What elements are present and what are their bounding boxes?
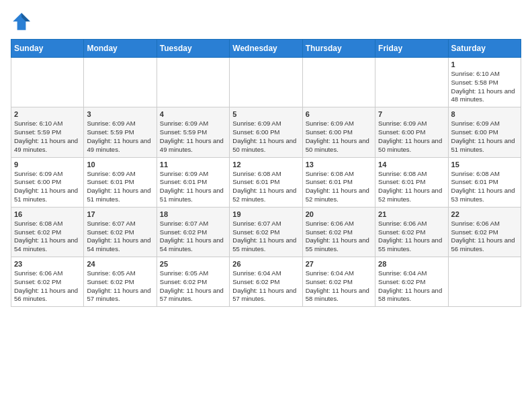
day-info: Sunrise: 6:08 AMSunset: 6:01 PMDaylight:… (232, 170, 299, 204)
calendar-cell: 10 Sunrise: 6:09 AMSunset: 6:01 PMDaylig… (84, 157, 157, 207)
day-number: 8 (451, 110, 518, 118)
day-info: Sunrise: 6:10 AMSunset: 5:58 PMDaylight:… (451, 70, 518, 104)
calendar-cell: 12 Sunrise: 6:08 AMSunset: 6:01 PMDaylig… (230, 157, 302, 207)
day-info: Sunrise: 6:08 AMSunset: 6:01 PMDaylight:… (378, 170, 445, 204)
day-info: Sunrise: 6:09 AMSunset: 5:59 PMDaylight:… (87, 120, 153, 154)
day-number: 28 (378, 260, 445, 268)
weekday-header: Wednesday (230, 40, 302, 58)
calendar-cell: 28 Sunrise: 6:04 AMSunset: 6:02 PMDaylig… (375, 257, 448, 307)
day-info: Sunrise: 6:09 AMSunset: 5:59 PMDaylight:… (160, 120, 226, 154)
calendar-cell (157, 58, 229, 107)
calendar-cell: 21 Sunrise: 6:06 AMSunset: 6:02 PMDaylig… (375, 207, 448, 257)
day-info: Sunrise: 6:09 AMSunset: 6:00 PMDaylight:… (232, 120, 299, 154)
calendar-cell: 7 Sunrise: 6:09 AMSunset: 6:00 PMDayligh… (375, 107, 448, 157)
day-info: Sunrise: 6:10 AMSunset: 5:59 PMDaylight:… (14, 120, 81, 154)
day-number: 7 (378, 110, 445, 118)
day-number: 6 (306, 110, 372, 118)
calendar-cell: 25 Sunrise: 6:05 AMSunset: 6:02 PMDaylig… (157, 257, 229, 307)
calendar-cell: 23 Sunrise: 6:06 AMSunset: 6:02 PMDaylig… (11, 257, 84, 307)
day-number: 20 (306, 210, 372, 218)
calendar-cell: 27 Sunrise: 6:04 AMSunset: 6:02 PMDaylig… (302, 257, 375, 307)
day-info: Sunrise: 6:08 AMSunset: 6:02 PMDaylight:… (14, 220, 81, 254)
day-number: 10 (87, 161, 153, 169)
day-info: Sunrise: 6:06 AMSunset: 6:02 PMDaylight:… (451, 220, 518, 254)
calendar-cell (375, 58, 448, 107)
day-info: Sunrise: 6:04 AMSunset: 6:02 PMDaylight:… (378, 269, 445, 304)
calendar-cell: 16 Sunrise: 6:08 AMSunset: 6:02 PMDaylig… (11, 207, 84, 257)
day-number: 11 (160, 161, 226, 169)
day-info: Sunrise: 6:09 AMSunset: 6:00 PMDaylight:… (451, 120, 518, 154)
day-info: Sunrise: 6:07 AMSunset: 6:02 PMDaylight:… (160, 220, 226, 254)
day-info: Sunrise: 6:05 AMSunset: 6:02 PMDaylight:… (87, 269, 153, 304)
day-info: Sunrise: 6:09 AMSunset: 6:01 PMDaylight:… (160, 170, 226, 204)
page-header (11, 11, 521, 32)
day-info: Sunrise: 6:06 AMSunset: 6:02 PMDaylight:… (306, 220, 372, 254)
day-number: 21 (378, 210, 445, 218)
day-number: 4 (160, 110, 226, 118)
calendar-cell: 22 Sunrise: 6:06 AMSunset: 6:02 PMDaylig… (448, 207, 521, 257)
calendar-cell (302, 58, 375, 107)
day-info: Sunrise: 6:04 AMSunset: 6:02 PMDaylight:… (232, 269, 299, 304)
day-number: 22 (451, 210, 518, 218)
day-number: 16 (14, 210, 81, 218)
day-number: 15 (451, 161, 518, 169)
day-number: 18 (160, 210, 226, 218)
day-info: Sunrise: 6:08 AMSunset: 6:01 PMDaylight:… (451, 170, 518, 204)
day-info: Sunrise: 6:04 AMSunset: 6:02 PMDaylight:… (306, 269, 372, 304)
calendar-cell: 14 Sunrise: 6:08 AMSunset: 6:01 PMDaylig… (375, 157, 448, 207)
day-info: Sunrise: 6:09 AMSunset: 6:00 PMDaylight:… (306, 120, 372, 154)
calendar-cell: 18 Sunrise: 6:07 AMSunset: 6:02 PMDaylig… (157, 207, 229, 257)
day-info: Sunrise: 6:09 AMSunset: 6:01 PMDaylight:… (87, 170, 153, 204)
day-info: Sunrise: 6:08 AMSunset: 6:01 PMDaylight:… (306, 170, 372, 204)
day-number: 19 (232, 210, 299, 218)
calendar-table: SundayMondayTuesdayWednesdayThursdayFrid… (11, 39, 521, 307)
weekday-header: Thursday (302, 40, 375, 58)
day-number: 9 (14, 161, 81, 169)
day-number: 13 (306, 161, 372, 169)
calendar-cell: 17 Sunrise: 6:07 AMSunset: 6:02 PMDaylig… (84, 207, 157, 257)
weekday-header: Tuesday (157, 40, 229, 58)
day-number: 26 (232, 260, 299, 268)
weekday-header: Friday (375, 40, 448, 58)
calendar-cell (230, 58, 302, 107)
logo-icon (11, 11, 32, 32)
day-number: 17 (87, 210, 153, 218)
calendar-cell: 3 Sunrise: 6:09 AMSunset: 5:59 PMDayligh… (84, 107, 157, 157)
calendar-week-row: 16 Sunrise: 6:08 AMSunset: 6:02 PMDaylig… (11, 207, 521, 257)
calendar-cell: 15 Sunrise: 6:08 AMSunset: 6:01 PMDaylig… (448, 157, 521, 207)
calendar-cell: 11 Sunrise: 6:09 AMSunset: 6:01 PMDaylig… (157, 157, 229, 207)
day-number: 5 (232, 110, 299, 118)
calendar-cell: 1 Sunrise: 6:10 AMSunset: 5:58 PMDayligh… (448, 58, 521, 107)
day-info: Sunrise: 6:05 AMSunset: 6:02 PMDaylight:… (160, 269, 226, 304)
day-info: Sunrise: 6:07 AMSunset: 6:02 PMDaylight:… (87, 220, 153, 254)
day-info: Sunrise: 6:06 AMSunset: 6:02 PMDaylight:… (14, 269, 81, 304)
day-number: 3 (87, 110, 153, 118)
day-number: 27 (306, 260, 372, 268)
calendar-cell: 8 Sunrise: 6:09 AMSunset: 6:00 PMDayligh… (448, 107, 521, 157)
calendar-cell: 26 Sunrise: 6:04 AMSunset: 6:02 PMDaylig… (230, 257, 302, 307)
calendar-cell: 5 Sunrise: 6:09 AMSunset: 6:00 PMDayligh… (230, 107, 302, 157)
calendar-week-row: 2 Sunrise: 6:10 AMSunset: 5:59 PMDayligh… (11, 107, 521, 157)
calendar-cell (448, 257, 521, 307)
calendar-cell (84, 58, 157, 107)
calendar-cell: 13 Sunrise: 6:08 AMSunset: 6:01 PMDaylig… (302, 157, 375, 207)
calendar-cell: 4 Sunrise: 6:09 AMSunset: 5:59 PMDayligh… (157, 107, 229, 157)
logo (11, 11, 35, 32)
weekday-header: Sunday (11, 40, 84, 58)
calendar-cell: 24 Sunrise: 6:05 AMSunset: 6:02 PMDaylig… (84, 257, 157, 307)
weekday-header: Monday (84, 40, 157, 58)
calendar-cell: 9 Sunrise: 6:09 AMSunset: 6:00 PMDayligh… (11, 157, 84, 207)
calendar-week-row: 23 Sunrise: 6:06 AMSunset: 6:02 PMDaylig… (11, 257, 521, 307)
calendar-cell: 20 Sunrise: 6:06 AMSunset: 6:02 PMDaylig… (302, 207, 375, 257)
weekday-header: Saturday (448, 40, 521, 58)
calendar-cell: 6 Sunrise: 6:09 AMSunset: 6:00 PMDayligh… (302, 107, 375, 157)
day-number: 25 (160, 260, 226, 268)
calendar-cell: 2 Sunrise: 6:10 AMSunset: 5:59 PMDayligh… (11, 107, 84, 157)
day-info: Sunrise: 6:06 AMSunset: 6:02 PMDaylight:… (378, 220, 445, 254)
day-number: 14 (378, 161, 445, 169)
day-number: 1 (451, 60, 518, 68)
day-info: Sunrise: 6:09 AMSunset: 6:00 PMDaylight:… (14, 170, 81, 204)
weekday-header-row: SundayMondayTuesdayWednesdayThursdayFrid… (11, 40, 521, 58)
calendar-cell (11, 58, 84, 107)
day-number: 2 (14, 110, 81, 118)
